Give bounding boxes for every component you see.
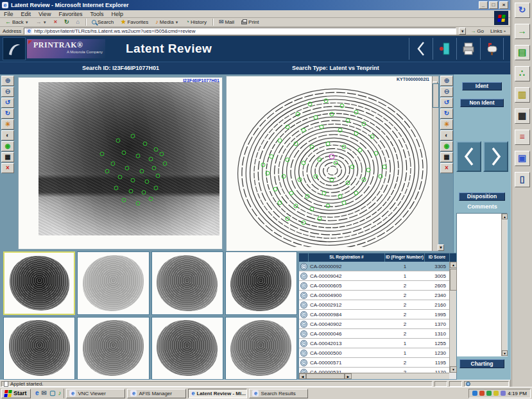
- folder-icon[interactable]: ▥: [515, 87, 530, 103]
- mail-button[interactable]: ✉Mail: [216, 19, 237, 26]
- zoom-in-tool-button[interactable]: ⊕: [440, 76, 453, 86]
- menu-favorites[interactable]: Favorites: [58, 11, 82, 17]
- barcode-icon[interactable]: ▦: [515, 108, 530, 124]
- candidate-row[interactable]: CA-0000291222160: [299, 300, 449, 310]
- candidate-row[interactable]: CA-0000060522605: [299, 281, 449, 291]
- molecule-icon[interactable]: ∴: [515, 66, 530, 81]
- menu-edit[interactable]: Edit: [21, 11, 31, 17]
- search-button[interactable]: Search: [89, 19, 116, 26]
- print-icon[interactable]: [456, 38, 480, 60]
- candidate-row[interactable]: CA-0000009213305: [299, 262, 449, 271]
- title-bar[interactable]: e Latent Review - Microsoft Internet Exp…: [0, 0, 510, 10]
- home-button[interactable]: ⌂: [74, 19, 82, 26]
- exit-door-icon[interactable]: [433, 38, 456, 60]
- back-button[interactable]: ←Back▼: [3, 19, 31, 26]
- zoom-out-tool-button[interactable]: ⊖: [440, 87, 453, 97]
- tenprint-fingerprint-image[interactable]: [229, 83, 431, 247]
- disposition-button[interactable]: Disposition: [459, 192, 505, 201]
- print-button[interactable]: Print: [239, 19, 261, 26]
- scroll-down-icon[interactable]: ▼: [438, 244, 444, 251]
- maximize-button[interactable]: □: [489, 1, 498, 9]
- links-button[interactable]: Links»: [488, 28, 508, 35]
- ie-icon[interactable]: e: [35, 389, 39, 397]
- minimize-button[interactable]: _: [479, 1, 488, 9]
- brightness-tool-button[interactable]: ☀: [440, 119, 453, 130]
- favorites-button[interactable]: ★Favorites: [118, 19, 151, 26]
- menu-file[interactable]: File: [4, 11, 13, 17]
- finger-thumbnail[interactable]: [225, 251, 297, 315]
- tray-icon[interactable]: [472, 391, 477, 396]
- candidate-scrollbar-horizontal[interactable]: ◀▶: [299, 373, 449, 379]
- task-button[interactable]: eLatent Review - Mi...: [188, 389, 247, 398]
- previous-candidate-button[interactable]: [456, 141, 481, 172]
- tray-icon[interactable]: [486, 391, 492, 396]
- tenprint-image-pane[interactable]: KYT00000002I1 ▲ ▼: [226, 76, 439, 251]
- menu-tools[interactable]: Tools: [90, 11, 103, 17]
- minutiae-tool-button[interactable]: ◉: [440, 141, 453, 151]
- tray-icon[interactable]: [493, 391, 499, 396]
- candidate-row[interactable]: CA-0000050011230: [299, 348, 449, 358]
- close-button[interactable]: ×: [499, 1, 508, 9]
- sync-icon[interactable]: ↻: [515, 3, 530, 18]
- rotate-ccw-tool-button[interactable]: ↺: [1, 98, 14, 108]
- rotate-ccw-tool-button[interactable]: ↺: [440, 98, 453, 108]
- forward-icon[interactable]: →: [515, 24, 530, 39]
- column-registration[interactable]: SL Registration #: [309, 253, 385, 262]
- zoom-in-tool-button[interactable]: ⊕: [1, 76, 14, 86]
- latent-fingerprint-image[interactable]: [39, 82, 219, 235]
- next-candidate-button[interactable]: [483, 141, 508, 172]
- finger-thumbnail[interactable]: [77, 251, 149, 315]
- candidate-row[interactable]: CA-0000098421995: [299, 310, 449, 319]
- column-finger[interactable]: ID (Finger Number): [385, 253, 425, 262]
- task-button[interactable]: eVNC Viewer: [66, 389, 125, 398]
- binarize-tool-button[interactable]: ▦: [440, 152, 453, 162]
- rotate-cw-tool-button[interactable]: ↻: [1, 108, 14, 119]
- rotate-cw-tool-button[interactable]: ↻: [440, 108, 453, 119]
- minutiae-tool-button[interactable]: ◉: [1, 141, 14, 151]
- binarize-tool-button[interactable]: ▦: [1, 152, 14, 162]
- list-red-icon[interactable]: ≡: [515, 130, 530, 145]
- delete-tool-button[interactable]: ×: [1, 163, 14, 173]
- door-icon[interactable]: ▯: [515, 172, 530, 187]
- mail-icon[interactable]: ✉: [42, 389, 47, 397]
- address-input[interactable]: e http://pbsvr/latent/TLRcs/hs.Latent.ws…: [24, 28, 456, 35]
- candidate-row[interactable]: CA-0004090221370: [299, 319, 449, 329]
- invert-tool-button[interactable]: ◐: [1, 130, 14, 140]
- window-icon[interactable]: ▣: [515, 151, 530, 166]
- delete-tool-button[interactable]: ×: [440, 163, 453, 173]
- candidate-row[interactable]: CA-0000053121170: [299, 368, 449, 373]
- candidate-row[interactable]: CA-0000904213005: [299, 271, 449, 281]
- task-button[interactable]: eSearch Results: [249, 389, 308, 398]
- comments-textarea[interactable]: ▲▼: [456, 213, 508, 357]
- latent-image-pane[interactable]: I23F46IP1077H01: [18, 77, 223, 250]
- finger-thumbnail[interactable]: [3, 251, 75, 315]
- candidate-row[interactable]: CA-0004201311255: [299, 339, 449, 348]
- stop-button[interactable]: ×: [51, 19, 60, 26]
- invert-tool-button[interactable]: ◐: [440, 130, 453, 140]
- go-button[interactable]: →Go: [468, 28, 486, 35]
- address-dropdown-icon[interactable]: ▼: [459, 28, 466, 35]
- ident-button[interactable]: Ident: [462, 82, 502, 90]
- candidate-row[interactable]: CA-0000004621310: [299, 329, 449, 339]
- refresh-button[interactable]: ↻: [62, 19, 72, 26]
- zoom-out-tool-button[interactable]: ⊖: [1, 87, 14, 97]
- start-button[interactable]: Start: [1, 389, 31, 398]
- finger-thumbnail[interactable]: [3, 317, 75, 380]
- desktop-icon[interactable]: ▢: [49, 389, 55, 397]
- non-ident-button[interactable]: Non Ident: [460, 99, 504, 107]
- mailbox-icon[interactable]: [480, 38, 504, 60]
- comments-scrollbar[interactable]: ▲▼: [501, 214, 507, 356]
- forward-button[interactable]: →▼: [33, 19, 49, 26]
- finger-thumbnail[interactable]: [225, 317, 297, 380]
- finger-thumbnail[interactable]: [151, 251, 223, 315]
- tenprint-scrollbar[interactable]: ▲ ▼: [432, 76, 438, 251]
- menu-view[interactable]: View: [39, 11, 51, 17]
- candidate-scrollbar-vertical[interactable]: ▲▼: [449, 262, 456, 373]
- tray-icon[interactable]: [501, 391, 506, 396]
- candidate-row[interactable]: CA-0000490022340: [299, 291, 449, 300]
- report-icon[interactable]: ▤: [515, 45, 530, 60]
- charting-button[interactable]: Charting: [459, 359, 504, 368]
- back-chevron-icon[interactable]: [409, 38, 433, 60]
- finger-thumbnail[interactable]: [151, 317, 223, 380]
- candidate-row[interactable]: CA-0000057121195: [299, 358, 449, 368]
